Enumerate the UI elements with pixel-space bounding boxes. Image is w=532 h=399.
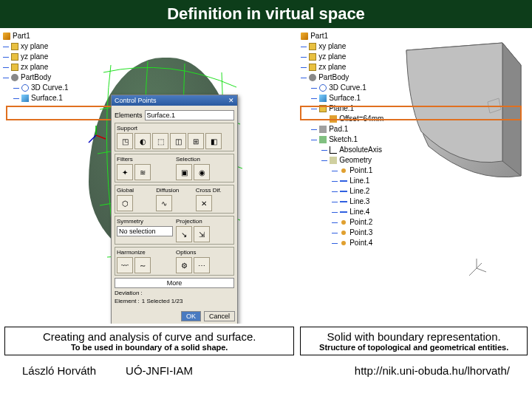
tree-connector-icon (332, 243, 338, 244)
tree-item[interactable]: xy plane (3, 41, 69, 52)
support-opt-6[interactable]: ◧ (205, 133, 222, 149)
tree-label: zx plane (21, 62, 48, 72)
tree-item[interactable]: Line.1 (301, 176, 383, 186)
symmetry-field[interactable]: No selection (117, 226, 173, 236)
tree-item[interactable]: Sketch.1 (301, 134, 383, 145)
tree-connector-icon (301, 47, 307, 47)
support-opt-4[interactable]: ◫ (170, 133, 186, 149)
ok-button[interactable]: OK (181, 311, 201, 321)
more-button[interactable]: More (115, 278, 234, 288)
point-icon (341, 168, 346, 173)
tree-label: PartBody (21, 72, 51, 83)
footer: László Horváth UÓ-JNFI-IAM http://nik.un… (0, 358, 532, 383)
plane-icon (11, 43, 18, 50)
control-points-dialog[interactable]: Control Points ✕ Elements Surface.1 Supp… (111, 95, 238, 324)
tree-label: xy plane (318, 41, 346, 52)
feature-tree-left[interactable]: Part1 xy planeyz planezx planePartBody3D… (3, 31, 69, 103)
elements-field[interactable]: Surface.1 (145, 110, 234, 120)
support-opt-1[interactable]: ◳ (117, 133, 133, 149)
global-1[interactable]: ⬡ (117, 195, 133, 211)
feature-tree-right[interactable]: Part1 xy planeyz planezx planePartBody3D… (301, 31, 383, 248)
tree-item[interactable]: Point.3 (301, 228, 383, 238)
support-label: Support (117, 125, 232, 132)
part-icon (3, 33, 10, 40)
tree-connector-icon (3, 57, 9, 58)
point-icon (341, 231, 346, 235)
diff-1[interactable]: ∿ (156, 195, 172, 211)
diffusion-label: Diffusion (156, 187, 192, 194)
tree-label: Point.2 (349, 217, 372, 228)
svg-line-2 (89, 135, 96, 143)
tree-label: 3D Curve.1 (329, 83, 366, 93)
support-opt-5[interactable]: ⊞ (188, 133, 204, 149)
sel-2[interactable]: ◉ (194, 164, 210, 180)
tree-label: Line.3 (349, 197, 369, 207)
proj-1[interactable]: ↘ (176, 226, 192, 242)
harm-2[interactable]: ∼ (134, 257, 151, 273)
tree-connector-icon (301, 57, 307, 58)
tree-item[interactable]: PartBody (301, 72, 383, 83)
tree-label: yz plane (318, 52, 346, 62)
harm-1[interactable]: 〰 (117, 257, 133, 273)
sel-1[interactable]: ▣ (176, 164, 192, 180)
tree-label: Point.1 (349, 166, 372, 176)
tree-item[interactable]: Geometry (301, 155, 383, 166)
cross-1[interactable]: ✕ (196, 195, 212, 211)
slide-title: Definition in virtual space (0, 0, 532, 28)
support-opt-2[interactable]: ◐ (134, 133, 151, 149)
tree-item[interactable]: 3D Curve.1 (3, 83, 69, 93)
tree-item[interactable]: Line.4 (301, 207, 383, 217)
tree-item[interactable]: Line.3 (301, 197, 383, 207)
solid-visualization (377, 35, 525, 205)
tree-item[interactable]: PartBody (3, 72, 69, 83)
options-label: Options (176, 249, 232, 256)
opt-1[interactable]: ⚙ (176, 257, 192, 273)
tree-root[interactable]: Part1 (3, 31, 69, 41)
tree-item[interactable]: yz plane (301, 52, 383, 62)
tree-item[interactable]: Surface.1 (301, 93, 383, 103)
projection-label: Projection (176, 218, 232, 225)
tree-item[interactable]: zx plane (3, 62, 69, 72)
plane-icon (309, 64, 316, 71)
tree-item[interactable]: 3D Curve.1 (301, 83, 383, 93)
plane-icon (309, 43, 316, 50)
filter-1[interactable]: ✦ (117, 164, 133, 180)
highlight-surface-right (300, 106, 522, 120)
plane-icon (11, 53, 18, 61)
svg-line-1 (96, 135, 106, 139)
tree-connector-icon (311, 129, 317, 130)
tree-item[interactable]: Surface.1 (3, 93, 69, 103)
tree-label: xy plane (21, 41, 48, 52)
tree-connector-icon (301, 67, 307, 68)
svg-line-5 (469, 268, 477, 276)
body-icon (309, 74, 316, 81)
support-opt-3[interactable]: ⬚ (152, 133, 168, 149)
tree-root[interactable]: Part1 (301, 31, 383, 41)
curve-icon (319, 84, 327, 92)
tree-item[interactable]: Point.2 (301, 217, 383, 228)
tree-connector-icon (332, 222, 338, 223)
tree-connector-icon (332, 191, 338, 192)
pad-icon (319, 126, 327, 133)
proj-2[interactable]: ⇲ (194, 226, 210, 242)
tree-item[interactable]: Line.2 (301, 186, 383, 197)
close-icon[interactable]: ✕ (228, 97, 234, 104)
tree-item[interactable]: Pad.1 (301, 124, 383, 134)
tree-item[interactable]: yz plane (3, 52, 69, 62)
highlight-surface-left (6, 106, 120, 120)
tree-item[interactable]: AbsoluteAxis (301, 145, 383, 155)
filter-2[interactable]: ≋ (134, 164, 151, 180)
tree-item[interactable]: Point.1 (301, 166, 383, 176)
tree-connector-icon (311, 98, 317, 99)
tree-label: 3D Curve.1 (31, 83, 69, 93)
tree-label: Sketch.1 (329, 134, 358, 145)
dialog-title-text: Control Points (115, 97, 157, 104)
caption-right-sub: Structure of topological and geometrical… (304, 343, 524, 352)
opt-2[interactable]: ⋯ (194, 257, 210, 273)
cancel-button[interactable]: Cancel (204, 311, 235, 321)
line-icon (340, 211, 347, 213)
dialog-titlebar[interactable]: Control Points ✕ (112, 95, 237, 106)
tree-item[interactable]: Point.4 (301, 238, 383, 248)
tree-item[interactable]: xy plane (301, 41, 383, 52)
tree-item[interactable]: zx plane (301, 62, 383, 72)
